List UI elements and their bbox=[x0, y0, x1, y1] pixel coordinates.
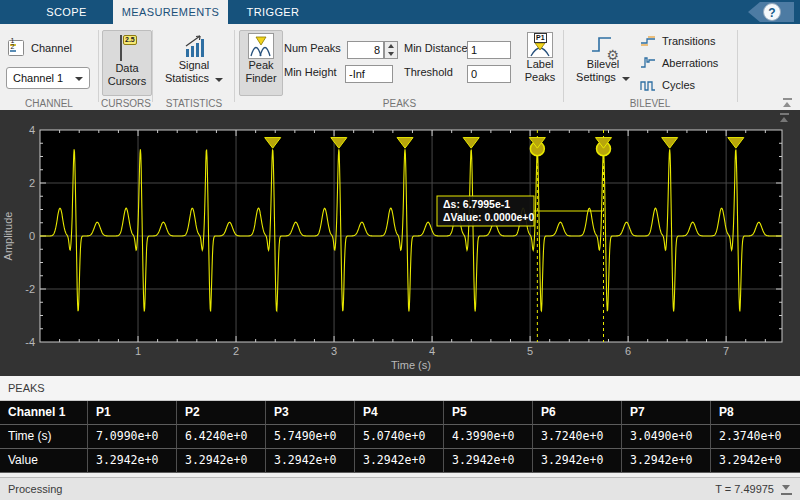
table-peak-header: P4 bbox=[355, 401, 444, 425]
table-cell: 4.3990e+0 bbox=[444, 425, 533, 449]
transitions-icon bbox=[640, 33, 656, 49]
toolstrip-tabbar: SCOPE MEASUREMENTS TRIGGER ? bbox=[0, 0, 800, 24]
num-peaks-label: Num Peaks bbox=[284, 42, 341, 54]
svg-text:0: 0 bbox=[29, 230, 35, 242]
channel-select[interactable]: Channel 1 bbox=[6, 67, 90, 89]
scope-plot-panel: 1234567420-2-4Time (s)AmplitudeΔs: 6.799… bbox=[0, 110, 800, 376]
label-peaks-label-2: Peaks bbox=[525, 71, 556, 84]
table-peak-header: P3 bbox=[266, 401, 355, 425]
table-peak-header: P8 bbox=[711, 401, 800, 425]
cycles-toggle[interactable]: Cycles bbox=[640, 76, 695, 94]
spinner-up-icon[interactable] bbox=[385, 42, 397, 50]
tab-measurements[interactable]: MEASUREMENTS bbox=[113, 0, 228, 24]
status-bar: Processing T = 7.49975 bbox=[0, 477, 800, 500]
signal-statistics-button[interactable]: Signal Statistics bbox=[158, 30, 230, 94]
table-cell: 3.2942e+0 bbox=[711, 449, 800, 473]
channel-select-value: Channel 1 bbox=[13, 72, 63, 84]
peaks-panel-title: PEAKS bbox=[8, 382, 45, 394]
collapse-plot-button[interactable] bbox=[779, 113, 791, 123]
p1-badge: P1 bbox=[534, 33, 547, 43]
table-cell: 3.0490e+0 bbox=[622, 425, 711, 449]
table-cell: 6.4240e+0 bbox=[177, 425, 266, 449]
tab-trigger[interactable]: TRIGGER bbox=[228, 0, 318, 24]
peaks-table: Channel 1P1P2P3P4P5P6P7P8Time (s)7.0990e… bbox=[0, 401, 800, 473]
num-peaks-stepper[interactable] bbox=[384, 41, 398, 59]
aberrations-label: Aberrations bbox=[662, 57, 718, 69]
y-axis-title: Amplitude bbox=[2, 212, 14, 261]
svg-text:4: 4 bbox=[29, 124, 35, 136]
cycles-label: Cycles bbox=[662, 79, 695, 91]
section-label-statistics: STATISTICS bbox=[154, 98, 234, 109]
svg-text:-4: -4 bbox=[25, 336, 35, 348]
data-cursors-button[interactable]: 2.5 Data Cursors bbox=[102, 30, 152, 96]
label-peaks-icon: P1 bbox=[527, 32, 553, 58]
table-cell: 2.3740e+0 bbox=[711, 425, 800, 449]
table-row-label: Time (s) bbox=[0, 425, 88, 449]
table-cell: 3.2942e+0 bbox=[177, 449, 266, 473]
label-peaks-button[interactable]: P1 Label Peaks bbox=[519, 30, 561, 94]
x-axis-title: Time (s) bbox=[391, 359, 431, 371]
data-cursors-label-2: Cursors bbox=[108, 75, 147, 88]
tab-scope[interactable]: SCOPE bbox=[20, 0, 113, 24]
peak-finder-button[interactable]: Peak Finder bbox=[239, 30, 283, 96]
help-button[interactable]: ? bbox=[748, 2, 794, 22]
channel-label: Channel bbox=[31, 42, 72, 54]
num-peaks-input[interactable] bbox=[347, 41, 384, 59]
spinner-down-icon[interactable] bbox=[385, 50, 397, 58]
cursor-badge: 2.5 bbox=[123, 35, 137, 45]
scope-window: SCOPE MEASUREMENTS TRIGGER ? 1 2 Channel… bbox=[0, 0, 800, 500]
aberrations-toggle[interactable]: Aberrations bbox=[640, 54, 718, 72]
signal-statistics-label-1: Signal bbox=[179, 59, 210, 72]
section-divider bbox=[737, 30, 738, 102]
scope-plot[interactable]: 1234567420-2-4Time (s)AmplitudeΔs: 6.799… bbox=[0, 110, 800, 376]
svg-text:ΔValue: 0.0000e+0: ΔValue: 0.0000e+0 bbox=[443, 211, 534, 223]
svg-text:2: 2 bbox=[233, 345, 239, 357]
svg-text:3: 3 bbox=[331, 345, 337, 357]
peaks-panel-header[interactable]: PEAKS bbox=[0, 376, 800, 401]
transitions-label: Transitions bbox=[662, 35, 715, 47]
table-cell: 3.2942e+0 bbox=[444, 449, 533, 473]
label-peaks-label-1: Label bbox=[527, 58, 554, 71]
simulation-time: T = 7.49975 bbox=[715, 483, 774, 495]
threshold-input[interactable] bbox=[467, 65, 511, 83]
svg-text:-2: -2 bbox=[25, 283, 35, 295]
help-icon: ? bbox=[763, 3, 781, 21]
bilevel-settings-icon: ⚙ bbox=[590, 32, 616, 58]
table-peak-header: P6 bbox=[533, 401, 622, 425]
table-cell: 3.2942e+0 bbox=[533, 449, 622, 473]
section-divider bbox=[234, 30, 235, 102]
channel-icon-digit-2: 2 bbox=[11, 43, 15, 50]
scroll-to-end-icon[interactable] bbox=[781, 484, 792, 495]
min-distance-input[interactable] bbox=[467, 41, 511, 59]
svg-text:2: 2 bbox=[29, 177, 35, 189]
section-divider bbox=[563, 30, 564, 102]
table-cell: 3.2942e+0 bbox=[622, 449, 711, 473]
table-cell: 7.0990e+0 bbox=[88, 425, 177, 449]
transitions-toggle[interactable]: Transitions bbox=[640, 32, 715, 50]
svg-text:5: 5 bbox=[527, 345, 533, 357]
bilevel-settings-button[interactable]: ⚙ Bilevel Settings bbox=[572, 30, 634, 94]
table-cell: 3.2942e+0 bbox=[266, 449, 355, 473]
gear-icon: ⚙ bbox=[606, 48, 619, 62]
svg-text:6: 6 bbox=[625, 345, 631, 357]
min-height-input[interactable] bbox=[345, 65, 393, 83]
table-peak-header: P2 bbox=[177, 401, 266, 425]
data-cursors-label-1: Data bbox=[115, 62, 138, 75]
peak-finder-icon bbox=[248, 33, 274, 59]
table-channel-header: Channel 1 bbox=[0, 401, 88, 425]
signal-statistics-icon bbox=[182, 33, 206, 59]
collapse-ribbon-button[interactable] bbox=[782, 98, 794, 108]
table-cell: 3.2942e+0 bbox=[355, 449, 444, 473]
table-row-label: Value bbox=[0, 449, 88, 473]
table-cell: 3.2942e+0 bbox=[88, 449, 177, 473]
min-height-label: Min Height bbox=[284, 66, 337, 78]
section-label-cursors: CURSORS bbox=[100, 98, 152, 109]
table-peak-header: P1 bbox=[88, 401, 177, 425]
chevron-down-icon bbox=[215, 78, 223, 82]
peak-finder-label-2: Finder bbox=[245, 72, 276, 85]
chevron-down-icon bbox=[622, 77, 630, 81]
svg-text:Δs: 6.7995e-1: Δs: 6.7995e-1 bbox=[443, 198, 510, 210]
table-peak-header: P7 bbox=[622, 401, 711, 425]
section-label-peaks: PEAKS bbox=[236, 98, 563, 109]
chevron-down-icon bbox=[75, 77, 83, 81]
